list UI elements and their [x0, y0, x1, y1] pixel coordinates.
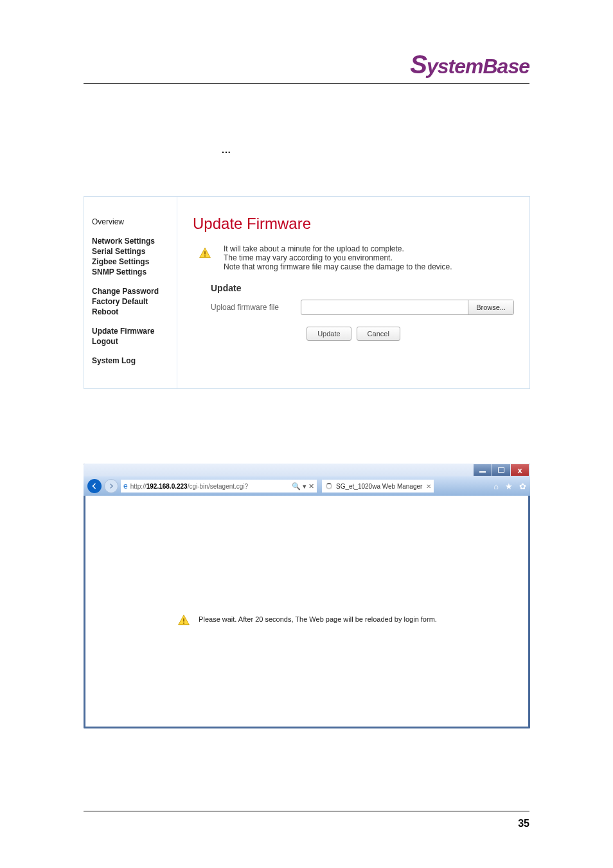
- arrow-right-icon: [108, 483, 114, 489]
- brand-logo: SystemBase: [410, 50, 529, 79]
- dropdown-icon[interactable]: ▾: [303, 482, 306, 491]
- loading-spinner-icon: [326, 483, 332, 489]
- window-maximize-button[interactable]: [492, 464, 510, 476]
- sidebar-item-logout[interactable]: Logout: [92, 337, 177, 346]
- warning-text-line: It will take about a minute for the uplo…: [224, 244, 452, 253]
- svg-rect-3: [183, 622, 184, 624]
- stop-icon[interactable]: ✕: [308, 482, 314, 491]
- sidebar-item-factory-default[interactable]: Factory Default: [92, 297, 177, 306]
- sidebar-item-overview[interactable]: Overview: [92, 217, 177, 226]
- section-heading-update: Update: [211, 283, 514, 293]
- tab-title: SG_et_1020wa Web Manager: [336, 483, 422, 490]
- svg-rect-0: [204, 251, 206, 255]
- upload-firmware-label: Upload firmware file: [211, 303, 301, 312]
- cancel-button[interactable]: Cancel: [357, 327, 400, 341]
- svg-rect-2: [183, 619, 184, 622]
- sidebar-nav: Overview Network Settings Serial Setting…: [84, 197, 177, 388]
- browser-forward-button[interactable]: [104, 479, 118, 493]
- address-bar[interactable]: e http://192.168.0.223/cgi-bin/setagent.…: [121, 480, 317, 493]
- warning-icon: [177, 614, 191, 627]
- firmware-file-input[interactable]: Browse...: [301, 300, 514, 315]
- tab-close-button[interactable]: ✕: [426, 483, 431, 490]
- svg-rect-1: [204, 255, 206, 257]
- page-title: Update Firmware: [193, 215, 514, 233]
- update-button[interactable]: Update: [306, 327, 351, 341]
- sidebar-item-zigbee-settings[interactable]: Zigbee Settings: [92, 257, 177, 266]
- window-titlebar: x: [84, 464, 530, 476]
- sidebar-item-update-firmware[interactable]: Update Firmware: [92, 327, 177, 336]
- browse-button[interactable]: Browse...: [468, 300, 513, 314]
- search-icon[interactable]: 🔍: [292, 482, 301, 491]
- window-close-button[interactable]: x: [511, 464, 529, 476]
- tools-gear-icon[interactable]: ✿: [519, 482, 526, 491]
- address-bar-url: http://192.168.0.223/cgi-bin/setagent.cg…: [130, 483, 289, 490]
- sidebar-item-system-log[interactable]: System Log: [92, 356, 177, 365]
- sidebar-item-network-settings[interactable]: Network Settings: [92, 237, 177, 246]
- firmware-update-panel: Overview Network Settings Serial Setting…: [84, 196, 530, 389]
- please-wait-message: Please wait. After 20 seconds, The Web p…: [199, 615, 437, 623]
- browser-tab[interactable]: SG_et_1020wa Web Manager ✕: [322, 480, 434, 493]
- sidebar-item-snmp-settings[interactable]: SNMP Settings: [92, 267, 177, 276]
- home-icon[interactable]: ⌂: [493, 482, 499, 491]
- sidebar-item-serial-settings[interactable]: Serial Settings: [92, 247, 177, 256]
- sidebar-item-change-password[interactable]: Change Password: [92, 287, 177, 296]
- window-minimize-button[interactable]: [474, 464, 492, 476]
- arrow-left-icon: [91, 482, 98, 490]
- browser-window: x e http://192.168.0.223/cgi-bin/setagen…: [84, 464, 530, 728]
- warning-text-line: Note that wrong firmware file may cause …: [224, 262, 452, 271]
- browser-back-button[interactable]: [87, 479, 102, 493]
- ellipsis-text: ...: [222, 145, 231, 155]
- ie-page-icon: e: [123, 482, 128, 491]
- warning-text-line: The time may vary according to you envir…: [224, 253, 452, 262]
- favorites-icon[interactable]: ★: [505, 482, 513, 491]
- warning-icon: [198, 247, 212, 260]
- page-number: 35: [518, 818, 529, 829]
- sidebar-item-reboot[interactable]: Reboot: [92, 307, 177, 316]
